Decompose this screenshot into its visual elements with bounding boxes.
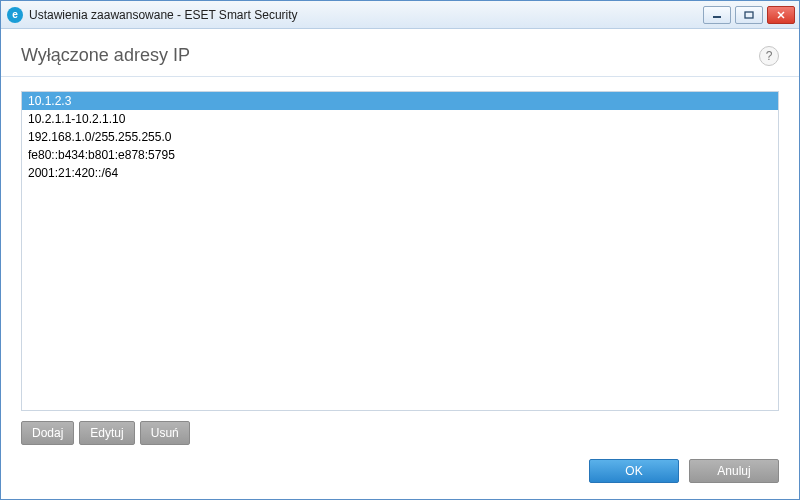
help-icon: ? [766,49,773,63]
list-item[interactable]: fe80::b434:b801:e878:5795 [22,146,778,164]
ok-button[interactable]: OK [589,459,679,483]
dialog-footer: OK Anuluj [1,445,799,499]
minimize-button[interactable] [703,6,731,24]
maximize-icon [744,11,754,19]
cancel-button-label: Anuluj [717,464,750,478]
list-buttons: Dodaj Edytuj Usuń [21,411,779,445]
edit-button[interactable]: Edytuj [79,421,134,445]
help-button[interactable]: ? [759,46,779,66]
app-icon: e [7,7,23,23]
add-button-label: Dodaj [32,426,63,440]
minimize-icon [712,11,722,19]
maximize-button[interactable] [735,6,763,24]
svg-rect-0 [713,16,721,18]
page-title: Wyłączone adresy IP [21,45,190,66]
dialog-window: e Ustawienia zaawansowane - ESET Smart S… [0,0,800,500]
close-button[interactable] [767,6,795,24]
close-icon [776,11,786,19]
content-area: 10.1.2.310.2.1.1-10.2.1.10192.168.1.0/25… [1,77,799,445]
list-item[interactable]: 10.1.2.3 [22,92,778,110]
window-controls [703,6,795,24]
list-item[interactable]: 192.168.1.0/255.255.255.0 [22,128,778,146]
titlebar: e Ustawienia zaawansowane - ESET Smart S… [1,1,799,29]
delete-button[interactable]: Usuń [140,421,190,445]
window-title: Ustawienia zaawansowane - ESET Smart Sec… [29,8,697,22]
ok-button-label: OK [625,464,642,478]
list-item[interactable]: 2001:21:420::/64 [22,164,778,182]
list-item[interactable]: 10.2.1.1-10.2.1.10 [22,110,778,128]
svg-rect-1 [745,12,753,18]
ip-listbox[interactable]: 10.1.2.310.2.1.1-10.2.1.10192.168.1.0/25… [21,91,779,411]
edit-button-label: Edytuj [90,426,123,440]
delete-button-label: Usuń [151,426,179,440]
cancel-button[interactable]: Anuluj [689,459,779,483]
app-icon-letter: e [12,9,18,20]
add-button[interactable]: Dodaj [21,421,74,445]
dialog-header: Wyłączone adresy IP ? [1,29,799,77]
